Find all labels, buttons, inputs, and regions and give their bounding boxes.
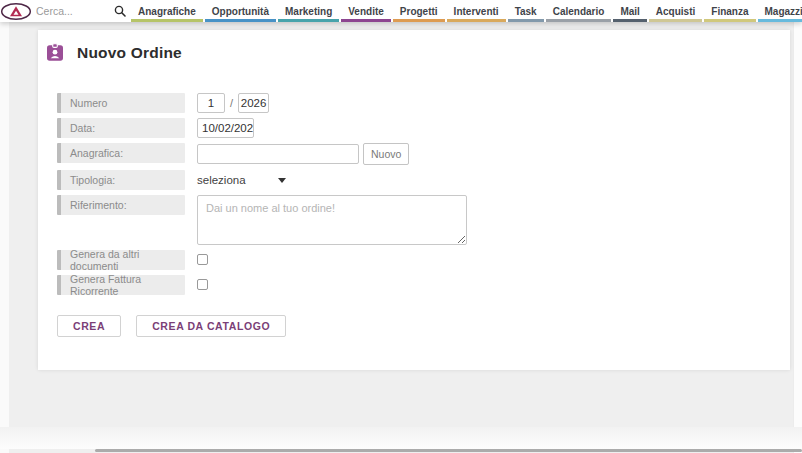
nav-tab-label: Marketing: [285, 6, 332, 17]
genera-fattura-field: [197, 275, 208, 290]
nav-tab-anagrafiche[interactable]: Anagrafiche: [130, 0, 204, 22]
nav-tab-label: Anagrafiche: [138, 6, 196, 17]
vertical-scrollbar-track[interactable]: [793, 22, 802, 453]
numero-label: Numero: [57, 93, 185, 113]
order-form: Numero / Data: Anagrafica: Nuovo: [57, 93, 770, 337]
anno-input[interactable]: [238, 93, 269, 113]
row-riferimento: Riferimento:: [57, 195, 770, 245]
row-genera-fattura: Genera Fattura Ricorrente: [57, 275, 770, 295]
nav-tab-finanza[interactable]: Finanza: [703, 0, 756, 22]
nav-tab-label: Opportunità: [212, 6, 269, 17]
anagrafica-input[interactable]: [197, 144, 359, 164]
numero-separator: /: [230, 97, 233, 109]
data-input[interactable]: [197, 118, 254, 138]
genera-fattura-label: Genera Fattura Ricorrente: [57, 275, 185, 295]
numero-input[interactable]: [197, 93, 225, 113]
nav-tab-color-underline: [447, 19, 506, 22]
riferimento-label: Riferimento:: [57, 195, 185, 215]
left-gutter: [0, 22, 9, 453]
search-bar: [32, 0, 126, 22]
riferimento-textarea[interactable]: [197, 195, 467, 245]
nav-tab-label: Magazzino: [765, 6, 802, 17]
bottom-band: [0, 427, 802, 449]
nav-tab-label: Progetti: [400, 6, 438, 17]
nav-tab-color-underline: [341, 19, 391, 22]
nav-tab-interventi[interactable]: Interventi: [446, 0, 507, 22]
page-title: Nuovo Ordine: [77, 44, 182, 62]
form-actions: CREA CREA DA CATALOGO: [57, 315, 770, 337]
nav-tab-color-underline: [613, 19, 646, 22]
anagrafica-label: Anagrafica:: [57, 143, 185, 163]
crea-button[interactable]: CREA: [57, 315, 121, 337]
nav-tab-label: Finanza: [711, 6, 748, 17]
row-anagrafica: Anagrafica: Nuovo: [57, 143, 770, 165]
genera-documenti-checkbox[interactable]: [197, 254, 208, 265]
search-icon[interactable]: [114, 5, 126, 17]
data-field: [197, 118, 254, 138]
genera-fattura-checkbox[interactable]: [197, 279, 208, 290]
page-title-row: Nuovo Ordine: [38, 30, 790, 62]
numero-field: /: [197, 93, 269, 113]
horizontal-scrollbar-thumb[interactable]: [95, 449, 802, 452]
contact-badge-icon: [46, 43, 64, 62]
nav-tab-label: Acquisti: [656, 6, 695, 17]
riferimento-field: [197, 195, 467, 245]
nav-tab-color-underline: [131, 19, 203, 22]
top-header: AnagraficheOpportunitàMarketingVenditePr…: [0, 0, 802, 22]
row-data: Data:: [57, 118, 770, 138]
nav-tab-color-underline: [758, 19, 802, 22]
logo-icon: [0, 2, 32, 21]
nav-tab-task[interactable]: Task: [507, 0, 545, 22]
chevron-down-icon: [278, 178, 286, 183]
nuovo-button[interactable]: Nuovo: [363, 143, 409, 165]
nav-tab-vendite[interactable]: Vendite: [340, 0, 392, 22]
nav-tab-color-underline: [649, 19, 702, 22]
nav-tab-label: Calendario: [553, 6, 605, 17]
app-logo[interactable]: [0, 0, 32, 22]
row-genera-documenti: Genera da altri documenti: [57, 250, 770, 270]
nav-tab-calendario[interactable]: Calendario: [545, 0, 613, 22]
nav-tab-label: Interventi: [454, 6, 499, 17]
data-label: Data:: [57, 118, 185, 138]
crea-da-catalogo-button[interactable]: CREA DA CATALOGO: [136, 315, 286, 337]
row-numero: Numero /: [57, 93, 770, 113]
genera-documenti-label: Genera da altri documenti: [57, 250, 185, 270]
anagrafica-field: Nuovo: [197, 143, 409, 165]
nav-tab-color-underline: [278, 19, 339, 22]
nav-tab-color-underline: [546, 19, 612, 22]
nav-tab-label: Mail: [620, 6, 639, 17]
tipologia-select[interactable]: seleziona: [197, 170, 286, 190]
main-nav: AnagraficheOpportunitàMarketingVenditePr…: [130, 0, 802, 22]
nav-tab-color-underline: [508, 19, 544, 22]
nav-tab-color-underline: [393, 19, 445, 22]
tipologia-selected-value: seleziona: [197, 174, 246, 186]
nav-tab-label: Task: [515, 6, 537, 17]
nav-tab-acquisti[interactable]: Acquisti: [648, 0, 703, 22]
nav-tab-color-underline: [704, 19, 755, 22]
nav-tab-mail[interactable]: Mail: [612, 0, 647, 22]
nav-tab-label: Vendite: [348, 6, 384, 17]
nav-tab-marketing[interactable]: Marketing: [277, 0, 340, 22]
nav-tab-color-underline: [205, 19, 276, 22]
search-input[interactable]: [36, 5, 112, 17]
nav-tab-opportunita[interactable]: Opportunità: [204, 0, 277, 22]
row-tipologia: Tipologia: seleziona: [57, 170, 770, 190]
tipologia-label: Tipologia:: [57, 170, 185, 190]
nav-tab-magazzino[interactable]: Magazzino: [757, 0, 802, 22]
genera-documenti-field: [197, 250, 208, 265]
nav-tab-progetti[interactable]: Progetti: [392, 0, 446, 22]
nuovo-ordine-card: Nuovo Ordine Numero / Data: Anagrafica: …: [38, 30, 790, 370]
